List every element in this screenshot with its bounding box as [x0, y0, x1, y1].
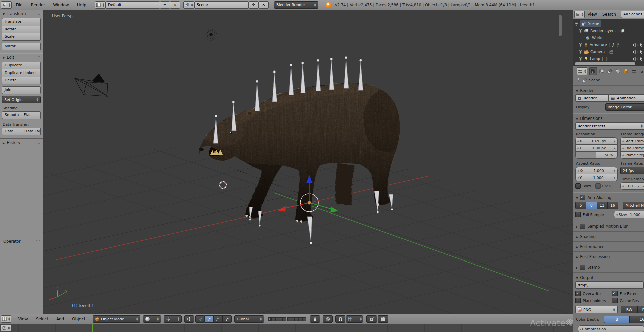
panel-expand-icon[interactable]	[3, 140, 5, 145]
section-expand-icon[interactable]	[576, 234, 578, 239]
aa-samples-11[interactable]: 11	[597, 202, 608, 209]
display-dropdown[interactable]: Image Editor	[605, 103, 644, 111]
render-engine-select[interactable]: Blender Render	[274, 1, 318, 9]
section-collapse-icon[interactable]	[576, 195, 578, 200]
border-checkbox[interactable]	[575, 183, 581, 189]
tab-world[interactable]	[614, 67, 622, 75]
section-expand-icon[interactable]	[576, 224, 578, 229]
bear-model[interactable]	[190, 70, 425, 251]
x-axis-handle[interactable]	[278, 206, 286, 212]
set-origin-dropdown[interactable]: Set Origin	[2, 96, 41, 103]
data-layout-button[interactable]: Data Layo	[22, 128, 41, 135]
aa-samples-8-active[interactable]: 8	[586, 202, 597, 209]
layer-grid-1[interactable]	[268, 317, 286, 321]
mirror-button[interactable]: Mirror	[2, 43, 41, 50]
breadcrumb-scene-label[interactable]: Scene	[589, 78, 600, 82]
selectability-arrow-icon[interactable]	[640, 50, 643, 54]
outliner-menu-view[interactable]: View	[585, 10, 599, 19]
timeline-strip[interactable]	[0, 324, 573, 332]
compression-slider[interactable]: ◂Compression:	[578, 325, 644, 332]
resolution-y-field[interactable]: ◂Y: 1080 px▸	[575, 145, 618, 152]
add-layout-button[interactable]: ✛	[160, 1, 170, 9]
transform-orientation-dropdown[interactable]: Global	[234, 315, 264, 323]
tab-render-layers[interactable]	[598, 67, 605, 75]
scene-icon-button[interactable]	[183, 1, 194, 9]
duplicate-button[interactable]: Duplicate	[2, 62, 41, 69]
layer-grid-2[interactable]	[287, 317, 306, 321]
aa-samples-5[interactable]: 5	[575, 202, 586, 209]
viewport-3d[interactable]: User Persp (1) teeeth1 y z	[43, 10, 573, 314]
section-expand-icon[interactable]	[576, 244, 578, 249]
frame-step-field[interactable]: ◂Frame Step:	[620, 152, 644, 159]
time-remap-new-field[interactable]: ◂:	[641, 182, 644, 190]
crop-checkbox[interactable]	[595, 183, 601, 189]
mode-dropdown[interactable]: Object Mode	[93, 315, 140, 323]
time-remap-old-field[interactable]: ◂:100▸	[620, 182, 641, 190]
color-depth-16-button[interactable]: 16	[630, 316, 644, 323]
close-layout-button[interactable]: ✕	[170, 1, 180, 9]
collapse-icon[interactable]: −	[575, 22, 578, 26]
camera-object[interactable]	[75, 74, 108, 96]
menu-window[interactable]: Window	[49, 0, 73, 10]
snap-toggle-button[interactable]	[335, 315, 345, 323]
end-frame-field[interactable]: ◂End Frame:	[620, 145, 644, 152]
editor-type-selector[interactable]	[1, 315, 11, 323]
outliner-scrollbar[interactable]	[575, 62, 636, 65]
viewport-menu-view[interactable]: View	[14, 314, 32, 324]
expand-icon[interactable]: +	[579, 43, 582, 47]
render-presets-dropdown[interactable]: Render Presets	[575, 122, 644, 130]
screen-layout-name[interactable]: Default	[106, 1, 160, 9]
outliner-menu-search[interactable]: Search	[600, 10, 619, 19]
shade-smooth-button[interactable]: Smooth	[2, 111, 21, 119]
timeline-editor-selector[interactable]	[1, 324, 11, 332]
tab-scene[interactable]	[606, 67, 613, 75]
visibility-eye-icon[interactable]	[633, 43, 638, 47]
opengl-render-button[interactable]	[366, 315, 377, 323]
cache-result-checkbox[interactable]	[612, 298, 618, 303]
scene-name[interactable]: Scene	[194, 1, 249, 9]
manipulator-center[interactable]	[308, 201, 311, 204]
visibility-eye-icon[interactable]	[633, 50, 638, 54]
render-animation-button[interactable]: Animation	[609, 94, 644, 102]
panel-grip-icon[interactable]	[36, 141, 41, 144]
rotate-button[interactable]: Rotate	[2, 26, 41, 33]
outliner-row-lamp[interactable]: + Lamp |	[573, 55, 644, 62]
rotate-curve-button[interactable]	[214, 315, 223, 323]
tab-constraints[interactable]	[631, 67, 638, 75]
editor-type-selector[interactable]	[1, 1, 12, 9]
duplicate-linked-button[interactable]: Duplicate Linked	[2, 69, 41, 77]
motion-blur-checkbox[interactable]	[580, 224, 585, 229]
overwrite-checkbox[interactable]	[575, 291, 581, 296]
lock-to-scene-button[interactable]	[310, 315, 320, 323]
aa-filter-dropdown[interactable]: Mitchell-Netra	[623, 202, 644, 209]
resolution-percentage-slider[interactable]: 50%	[575, 152, 618, 159]
tab-render[interactable]	[589, 67, 597, 75]
data-button[interactable]: Data	[2, 128, 22, 135]
section-expand-icon[interactable]	[576, 265, 578, 270]
aa-size-field[interactable]: ◂Size: 1.000	[614, 211, 644, 218]
color-mode-bw-button[interactable]: BW	[621, 306, 638, 313]
editor-type-selector[interactable]	[574, 11, 585, 18]
frame-rate-dropdown[interactable]: 24 fps	[620, 167, 644, 174]
current-frame-marker[interactable]	[92, 324, 93, 332]
expand-icon[interactable]: +	[579, 29, 582, 33]
outliner-filter-dropdown[interactable]: All Scenes	[621, 11, 644, 18]
aspect-x-field[interactable]: ◂X: 1.000▸	[575, 167, 618, 174]
viewport-menu-add[interactable]: Add	[52, 314, 68, 324]
outliner-row-camera[interactable]: + Camera |	[573, 48, 644, 55]
selectability-arrow-icon[interactable]	[640, 43, 643, 47]
translate-manipulator-button[interactable]	[195, 315, 205, 323]
expand-icon[interactable]: +	[579, 57, 582, 61]
color-depth-8-button[interactable]: 8	[604, 316, 630, 323]
scale-button[interactable]: Scale	[2, 33, 41, 41]
tab-modifiers[interactable]	[639, 67, 644, 75]
pivot-point-dropdown[interactable]	[164, 315, 182, 323]
y-axis-handle[interactable]	[330, 207, 338, 212]
cursor-3d[interactable]	[217, 179, 229, 191]
panel-collapse-icon[interactable]	[3, 11, 5, 16]
section-collapse-icon[interactable]	[576, 275, 578, 280]
viewport-menu-select[interactable]: Select	[32, 314, 52, 324]
delete-button[interactable]: Delete	[2, 77, 41, 84]
viewport-shading-dropdown[interactable]	[143, 315, 161, 323]
screen-layout-icon-button[interactable]	[95, 1, 106, 9]
